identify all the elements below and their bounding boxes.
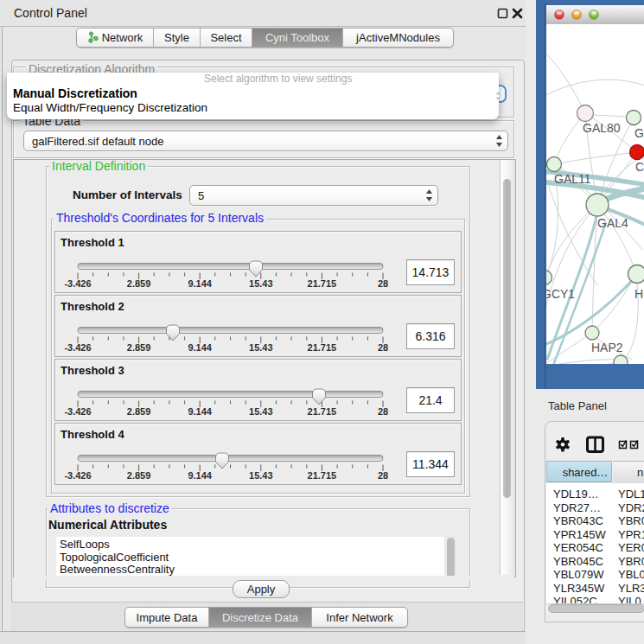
svg-text:15.43: 15.43 bbox=[249, 406, 273, 417]
svg-text:GAL11: GAL11 bbox=[554, 172, 591, 186]
svg-text:9.144: 9.144 bbox=[188, 406, 212, 417]
svg-text:21.715: 21.715 bbox=[308, 470, 337, 481]
svg-text:-3.426: -3.426 bbox=[64, 278, 91, 289]
svg-text:2.859: 2.859 bbox=[127, 278, 151, 289]
svg-text:21.715: 21.715 bbox=[308, 342, 337, 353]
svg-text:2.859: 2.859 bbox=[127, 342, 151, 353]
svg-text:15.43: 15.43 bbox=[249, 470, 273, 481]
svg-text:28: 28 bbox=[378, 470, 388, 481]
svg-text:-3.426: -3.426 bbox=[64, 342, 91, 353]
svg-text:15.43: 15.43 bbox=[249, 342, 273, 353]
svg-text:GAL4: GAL4 bbox=[597, 216, 628, 230]
svg-text:CY: CY bbox=[635, 160, 644, 174]
svg-text:21.715: 21.715 bbox=[308, 406, 337, 417]
svg-text:15.43: 15.43 bbox=[249, 278, 273, 289]
svg-text:28: 28 bbox=[378, 278, 388, 289]
svg-text:21.715: 21.715 bbox=[308, 278, 337, 289]
svg-text:2.859: 2.859 bbox=[127, 470, 151, 481]
svg-text:9.144: 9.144 bbox=[188, 342, 212, 353]
svg-text:-3.426: -3.426 bbox=[64, 406, 91, 417]
svg-text:28: 28 bbox=[378, 406, 388, 417]
svg-text:GCY1: GCY1 bbox=[546, 287, 575, 301]
svg-text:GAL: GAL bbox=[634, 126, 644, 140]
svg-text:2.859: 2.859 bbox=[127, 406, 151, 417]
svg-text:9.144: 9.144 bbox=[188, 278, 212, 289]
svg-text:9.144: 9.144 bbox=[188, 470, 212, 481]
svg-text:GAL80: GAL80 bbox=[583, 121, 621, 135]
svg-text:-3.426: -3.426 bbox=[64, 470, 91, 481]
svg-text:HAP2: HAP2 bbox=[591, 341, 623, 354]
svg-text:HI: HI bbox=[634, 287, 644, 301]
svg-text:28: 28 bbox=[378, 342, 388, 353]
